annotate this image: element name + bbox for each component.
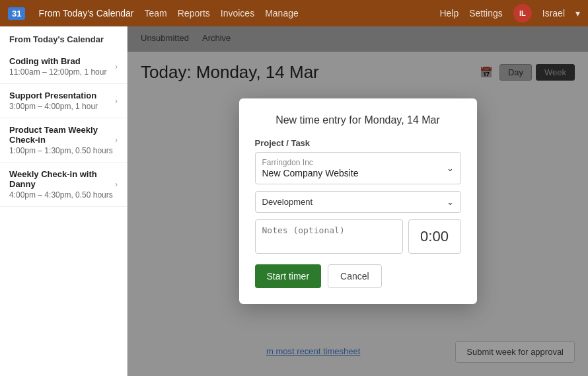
- nav-link-reports[interactable]: Reports: [178, 8, 210, 19]
- sidebar-item[interactable]: Weekly Check-in with Danny 4:00pm – 4:30…: [0, 163, 127, 207]
- project-select-dropdown[interactable]: Farringdon Inc New Company Website ⌄: [255, 152, 461, 184]
- project-company: Farringdon Inc: [262, 158, 447, 167]
- sidebar-title: From Today's Calendar: [9, 34, 104, 44]
- main-layout: From Today's Calendar Coding with Brad 1…: [0, 26, 588, 376]
- nav-settings[interactable]: Settings: [469, 8, 503, 19]
- sidebar-item[interactable]: Product Team Weekly Check-in 1:00pm – 1:…: [0, 118, 127, 163]
- sidebar-item-content: Support Presentation 3:00pm – 4:00pm, 1 …: [9, 91, 115, 111]
- sidebar-item-title: Product Team Weekly Check-in: [9, 125, 115, 145]
- modal-dialog: New time entry for Monday, 14 Mar Projec…: [239, 98, 477, 304]
- modal-actions: Start timer Cancel: [255, 264, 461, 288]
- start-timer-button[interactable]: Start timer: [255, 264, 322, 288]
- sidebar: From Today's Calendar Coding with Brad 1…: [0, 26, 128, 376]
- project-name: New Company Website: [262, 168, 447, 178]
- sidebar-item-time: 4:00pm – 4:30pm, 0.50 hours: [9, 190, 115, 200]
- sidebar-item-time: 11:00am – 12:00pm, 1 hour: [9, 67, 115, 77]
- sidebar-chevron-icon: ›: [115, 180, 118, 189]
- sidebar-item-content: Coding with Brad 11:00am – 12:00pm, 1 ho…: [9, 56, 115, 77]
- sidebar-item-title: Coding with Brad: [9, 56, 115, 66]
- main-content: Unsubmitted Archive Today: Monday, 14 Ma…: [128, 26, 588, 376]
- nav-right: Help Settings IL Israel ▾: [439, 4, 580, 22]
- nav-logo: 31: [8, 7, 25, 20]
- time-display: 0:00: [408, 219, 461, 254]
- sidebar-item-time: 1:00pm – 1:30pm, 0.50 hours: [9, 146, 115, 155]
- sidebar-item[interactable]: Coding with Brad 11:00am – 12:00pm, 1 ho…: [0, 50, 127, 84]
- notes-input[interactable]: [255, 219, 403, 254]
- notes-time-row: 0:00: [255, 219, 461, 254]
- sidebar-item-title: Support Presentation: [9, 91, 115, 100]
- sidebar-item-title: Weekly Check-in with Danny: [9, 169, 115, 189]
- task-select-dropdown[interactable]: Development ⌄: [255, 191, 461, 213]
- nav-links: Team Reports Invoices Manage: [145, 8, 429, 19]
- sidebar-item[interactable]: Support Presentation 3:00pm – 4:00pm, 1 …: [0, 84, 127, 118]
- nav-link-team[interactable]: Team: [145, 8, 167, 19]
- project-select-inner: Farringdon Inc New Company Website: [262, 158, 447, 178]
- modal-title: New time entry for Monday, 14 Mar: [255, 114, 461, 126]
- project-dropdown-chevron: ⌄: [447, 163, 454, 173]
- nav-help[interactable]: Help: [439, 8, 459, 19]
- top-navigation: 31 From Today's Calendar Team Reports In…: [0, 0, 588, 26]
- task-dropdown-chevron: ⌄: [447, 197, 454, 207]
- cancel-button[interactable]: Cancel: [328, 264, 382, 288]
- nav-link-invoices[interactable]: Invoices: [221, 8, 254, 19]
- modal-overlay: New time entry for Monday, 14 Mar Projec…: [128, 26, 588, 376]
- sidebar-header: From Today's Calendar: [0, 26, 127, 50]
- sidebar-item-time: 3:00pm – 4:00pm, 1 hour: [9, 102, 115, 111]
- sidebar-chevron-icon: ›: [115, 62, 118, 71]
- sidebar-chevron-icon: ›: [115, 96, 118, 106]
- sidebar-item-content: Weekly Check-in with Danny 4:00pm – 4:30…: [9, 169, 115, 200]
- avatar: IL: [513, 4, 532, 22]
- sidebar-item-content: Product Team Weekly Check-in 1:00pm – 1:…: [9, 125, 115, 155]
- nav-link-manage[interactable]: Manage: [265, 8, 299, 19]
- project-task-label: Project / Task: [255, 138, 461, 148]
- user-name: Israel: [542, 8, 565, 19]
- nav-brand: From Today's Calendar: [38, 8, 133, 19]
- user-menu-chevron[interactable]: ▾: [575, 8, 580, 19]
- sidebar-chevron-icon: ›: [115, 135, 118, 145]
- task-name: Development: [262, 197, 313, 207]
